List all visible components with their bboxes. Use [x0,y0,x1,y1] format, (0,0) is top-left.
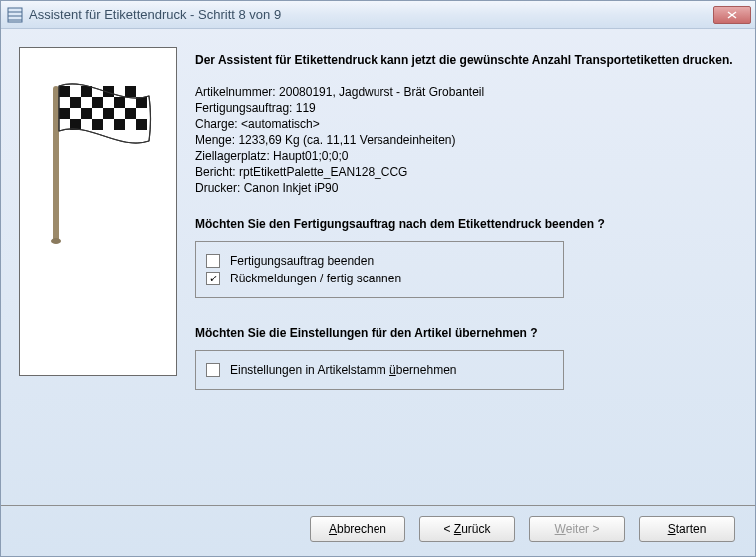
group-save-settings: Einstellungen in Artikelstamm übernehmen [195,350,564,390]
cancel-button[interactable]: Abbrechen [310,516,405,542]
svg-rect-9 [81,86,92,97]
checkbox-finish-order[interactable]: Fertigungsauftrag beenden [206,254,553,268]
svg-rect-14 [114,97,125,108]
question-save-settings: Möchten Sie die Einstellungen für den Ar… [195,326,737,340]
info-ziellagerplatz: ZiellagerplatzHaupt01;0;0;0 [195,149,737,163]
question-finish-order: Möchten Sie den Fertigungsauftrag nach d… [195,217,737,231]
checkbox-save-settings[interactable]: Einstellungen in Artikelstamm übernehmen [206,363,553,377]
titlebar: Assistent für Etikettendruck - Schritt 8… [1,1,755,29]
next-button: Weiter > [529,516,625,542]
checkbox-icon [206,254,220,268]
svg-rect-16 [59,108,70,119]
checkbox-label: Rückmeldungen / fertig scannen [230,272,401,285]
svg-rect-20 [70,119,81,130]
svg-rect-11 [125,86,136,97]
svg-rect-21 [92,119,103,130]
svg-rect-13 [92,97,103,108]
content-area: Der Assistent für Etikettendruck kann je… [1,29,755,505]
start-button[interactable]: Starten [639,516,735,542]
finish-flag-icon [33,76,163,246]
info-charge: Charge<automatisch> [195,117,737,131]
main-panel: Der Assistent für Etikettendruck kann je… [195,47,737,495]
svg-rect-15 [136,97,147,108]
checkbox-label: Einstellungen in Artikelstamm übernehmen [230,363,456,377]
svg-rect-22 [114,119,125,130]
checkbox-scan-ready[interactable]: Rückmeldungen / fertig scannen [206,272,553,285]
checkbox-icon [206,363,220,377]
close-button[interactable] [713,6,751,24]
svg-rect-12 [70,97,81,108]
app-icon [7,7,23,23]
svg-rect-18 [103,108,114,119]
window-title: Assistent für Etikettendruck - Schritt 8… [29,7,713,22]
svg-rect-8 [59,86,70,97]
wizard-graphic-panel [19,47,177,376]
svg-rect-19 [125,108,136,119]
group-finish-order: Fertigungsauftrag beenden Rückmeldungen … [195,241,564,298]
svg-rect-23 [136,119,147,130]
checkbox-icon [206,272,220,285]
wizard-window: Assistent für Etikettendruck - Schritt 8… [0,0,756,557]
info-list: Artikelnummer20080191, Jagdwurst - Brät … [195,85,737,195]
info-artikelnummer: Artikelnummer20080191, Jagdwurst - Brät … [195,85,737,99]
checkbox-label: Fertigungsauftrag beenden [230,254,374,268]
info-bericht: BerichtrptEtikettPalette_EAN128_CCG [195,165,737,179]
info-drucker: DruckerCanon Inkjet iP90 [195,181,737,195]
info-fertigungsauftrag: Fertigungsauftrag119 [195,101,737,115]
intro-text: Der Assistent für Etikettendruck kann je… [195,53,737,67]
svg-point-7 [51,238,61,244]
info-menge: Menge1233,69 Kg (ca. 11,11 Versandeinhei… [195,133,737,147]
svg-rect-17 [81,108,92,119]
svg-rect-6 [53,86,59,241]
button-bar: Abbrechen < Zurück Weiter > Starten [1,505,755,556]
back-button[interactable]: < Zurück [419,516,515,542]
